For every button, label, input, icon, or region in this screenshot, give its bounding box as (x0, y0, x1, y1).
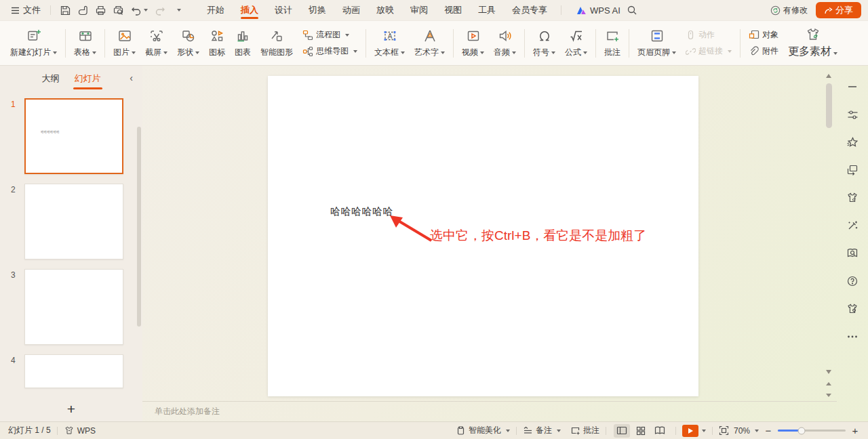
chart-button[interactable]: 图表 (230, 24, 256, 63)
tab-transition[interactable]: 切换 (300, 0, 334, 20)
scroll-up-button[interactable] (826, 74, 831, 78)
smart-beautify-button[interactable]: 智能美化 (456, 425, 510, 436)
collapse-panel-button[interactable]: ‹ (130, 72, 133, 83)
quickbar-more-button[interactable] (169, 2, 186, 18)
reading-view-button[interactable] (652, 424, 668, 438)
wordart-button[interactable]: 艺术字 (410, 24, 450, 63)
share-button[interactable]: 分享 (816, 2, 861, 18)
play-options-caret-icon[interactable] (702, 430, 706, 432)
comment-statusbar-button[interactable]: 批注 (570, 425, 599, 436)
shapes-icon (180, 28, 197, 44)
smart-tools-button[interactable] (845, 218, 860, 233)
hide-panel-button[interactable] (845, 79, 860, 94)
transition-button[interactable] (845, 163, 860, 177)
scroll-down-button[interactable] (826, 370, 831, 374)
notes-bar[interactable]: 单击此处添加备注 (142, 401, 837, 421)
assets-button[interactable] (845, 190, 860, 205)
find-resources-button[interactable] (845, 246, 860, 261)
new-slide-button[interactable]: 新建幻灯片 (5, 24, 62, 63)
picture-button[interactable]: 图片 (108, 24, 140, 63)
play-slideshow-button[interactable] (682, 425, 698, 437)
tab-home[interactable]: 开始 (199, 0, 233, 20)
add-slide-button[interactable]: + (58, 401, 85, 417)
tab-slideshow[interactable]: 放映 (368, 0, 402, 20)
print-button[interactable] (92, 2, 109, 18)
divider (740, 29, 741, 58)
zoom-out-button[interactable]: − (764, 425, 773, 436)
zoom-slider[interactable] (778, 430, 846, 432)
mindmap-button[interactable]: 思维导图 (302, 45, 357, 57)
audio-button[interactable]: 音频 (489, 24, 521, 63)
panel-scrollbar[interactable] (137, 127, 141, 327)
redo-icon (155, 5, 165, 16)
slide-text[interactable]: 哈哈哈哈哈哈 (330, 205, 393, 218)
flowchart-label: 流程图 (316, 29, 340, 41)
modified-status[interactable]: 有修改 (770, 5, 808, 16)
tab-membership[interactable]: 会员专享 (504, 0, 555, 20)
object-properties-button[interactable] (845, 107, 860, 122)
formula-button[interactable]: 公式 (560, 24, 592, 63)
attachment-button[interactable]: 附件 (749, 45, 778, 57)
normal-view-button[interactable] (614, 424, 630, 438)
icon-library-icon (209, 28, 225, 44)
wps-skin-button[interactable]: WPS (64, 425, 96, 436)
table-button[interactable]: 表格 (69, 24, 101, 63)
print-preview-button[interactable] (109, 2, 127, 18)
textbox-label: 文本框 (374, 47, 399, 58)
hyperlink-button[interactable]: 超链接 (686, 45, 732, 57)
redo-button[interactable] (151, 2, 169, 18)
quickbar-more-icon (177, 9, 181, 12)
skin-settings-button[interactable] (845, 301, 860, 316)
header-footer-button[interactable]: 页眉页脚 (633, 24, 681, 63)
thumbnail[interactable] (24, 184, 123, 259)
tab-review[interactable]: 审阅 (402, 0, 436, 20)
tab-view[interactable]: 视图 (436, 0, 470, 20)
output-button[interactable] (74, 2, 92, 18)
action-button[interactable]: 动作 (686, 29, 732, 41)
file-menu-button[interactable]: 文件 (7, 2, 45, 18)
thumbnail[interactable]: 哈哈哈哈哈哈 (24, 98, 123, 174)
save-button[interactable] (56, 2, 74, 18)
search-button[interactable] (623, 2, 641, 18)
tab-outline[interactable]: 大纲 (41, 70, 61, 87)
smartart-button[interactable]: 智能图形 (256, 24, 298, 63)
notes-button[interactable]: 备注 (523, 425, 561, 436)
help-button[interactable] (845, 274, 860, 289)
more-assets-button[interactable]: 更多素材 (783, 24, 842, 63)
comment-button[interactable]: 批注 (599, 24, 625, 63)
zoom-level-button[interactable]: 70% (734, 426, 759, 436)
thumbnail[interactable] (24, 269, 123, 345)
scrollbar-thumb[interactable] (826, 83, 832, 128)
tab-tools[interactable]: 工具 (470, 0, 504, 20)
tab-insert[interactable]: 插入 (233, 0, 267, 20)
undo-button[interactable] (127, 2, 151, 18)
tab-design[interactable]: 设计 (267, 0, 300, 20)
more-tools-button[interactable] (845, 329, 860, 344)
tab-slides[interactable]: 幻灯片 (73, 70, 102, 87)
attachment-icon (749, 46, 760, 57)
fit-window-icon[interactable] (719, 425, 729, 436)
wordart-label: 艺术字 (414, 47, 439, 58)
flowchart-button[interactable]: 流程图 (302, 29, 357, 41)
slide-sorter-view-button[interactable] (633, 424, 649, 438)
slide-panel: 大纲 幻灯片 ‹ 1 哈哈哈哈哈哈 2 3 4 (0, 66, 142, 421)
chevron-down-icon (345, 34, 349, 37)
symbol-button[interactable]: 符号 (528, 24, 560, 63)
zoom-slider-knob[interactable] (798, 427, 806, 434)
thumbnail[interactable] (24, 354, 123, 388)
textbox-button[interactable]: A 文本框 (370, 24, 410, 63)
wps-ai-button[interactable]: WPS AI (576, 5, 620, 16)
video-button[interactable]: 视频 (457, 24, 489, 63)
previous-slide-button[interactable] (826, 381, 831, 386)
slide-canvas[interactable]: 哈哈哈哈哈哈 选中它，按Ctrl+B，看它是不是加粗了 (268, 76, 698, 396)
wps-ai-logo-icon (576, 6, 587, 15)
icon-library-button[interactable]: 图标 (204, 24, 230, 63)
shapes-button[interactable]: 形状 (172, 24, 204, 63)
tab-animation[interactable]: 动画 (334, 0, 368, 20)
next-slide-button[interactable] (826, 393, 831, 398)
zoom-in-button[interactable]: + (850, 425, 860, 436)
object-button[interactable]: 对象 (749, 29, 778, 41)
screenshot-button[interactable]: 截屏 (140, 24, 172, 63)
effects-button[interactable] (845, 135, 860, 150)
slide-thumbnail-3: 3 (0, 269, 142, 345)
